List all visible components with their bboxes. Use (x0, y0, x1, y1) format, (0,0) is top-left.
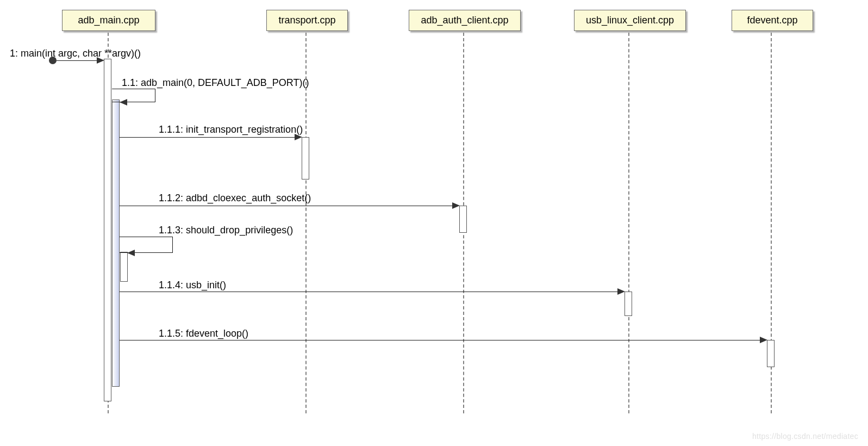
activation-adb-main-inner (112, 100, 120, 387)
activation-adb-main-self2 (120, 252, 128, 282)
arrowhead-icon (760, 337, 767, 343)
lifeline-transport (305, 33, 307, 413)
message-label-init-transport: 1.1.1: init_transport_registration() (159, 124, 303, 135)
arrowhead-icon (120, 99, 127, 106)
activation-adb-auth (459, 206, 467, 233)
participant-label: usb_linux_client.cpp (586, 15, 674, 26)
message-label-usb-init: 1.1.4: usb_init() (159, 280, 226, 291)
participant-label: transport.cpp (278, 15, 335, 26)
message-arrow-init-transport (120, 137, 296, 138)
lifeline-usb-linux-client (628, 33, 629, 413)
message-arrow-main (57, 60, 98, 61)
participant-usb-linux-client: usb_linux_client.cpp (574, 10, 686, 31)
message-label-fdevent-loop: 1.1.5: fdevent_loop() (159, 328, 248, 339)
arrowhead-icon (127, 250, 135, 256)
participant-label: fdevent.cpp (747, 15, 797, 26)
found-dot-icon (49, 57, 57, 64)
message-label-adb-main: 1.1: adb_main(0, DEFAULT_ADB_PORT)() (122, 77, 309, 89)
message-arrow-cloexec (120, 206, 454, 206)
selfcall-adb-main (112, 89, 155, 102)
activation-transport (302, 137, 309, 179)
arrowhead-icon (452, 202, 460, 209)
activation-adb-main-outer (104, 59, 111, 401)
activation-usb-linux (625, 292, 632, 316)
participant-adb-main: adb_main.cpp (62, 10, 155, 31)
arrowhead-icon (97, 57, 104, 64)
message-arrow-usb-init (120, 292, 619, 292)
participant-adb-auth-client: adb_auth_client.cpp (409, 10, 521, 31)
activation-fdevent (767, 340, 775, 367)
participant-label: adb_auth_client.cpp (421, 15, 508, 26)
participant-label: adb_main.cpp (78, 15, 139, 26)
message-label-drop-priv: 1.1.3: should_drop_privileges() (159, 225, 293, 236)
message-arrow-fdevent-loop (120, 340, 761, 340)
arrowhead-icon (295, 134, 302, 140)
watermark-text: https://blog.csdn.net/mediatec (752, 432, 858, 441)
participant-transport: transport.cpp (266, 10, 348, 31)
arrowhead-icon (617, 288, 625, 295)
message-label-cloexec: 1.1.2: adbd_cloexec_auth_socket() (159, 193, 311, 204)
participant-fdevent: fdevent.cpp (732, 10, 813, 31)
message-label-main: 1: main(int argc, char **argv)() (10, 48, 141, 59)
